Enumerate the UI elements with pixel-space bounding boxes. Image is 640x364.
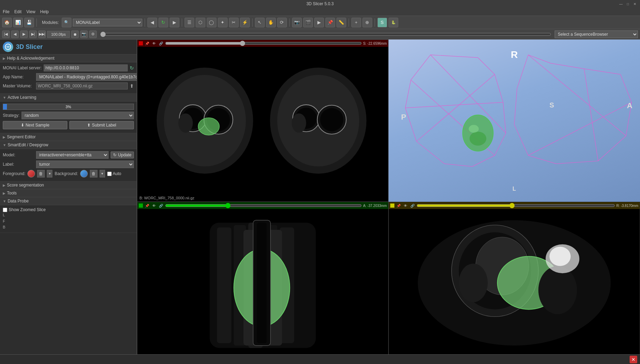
save-icon[interactable]: 💾 [24,18,34,27]
bottom-right-pos-label: R: -3.8170mm [616,204,638,208]
fps-input[interactable] [47,31,70,38]
bottom-right-link-button[interactable]: 🔗 [410,203,415,208]
submit-label-button[interactable]: ⬆ Submit Label [69,121,134,129]
background-delete-button[interactable]: 🗑 [90,170,97,177]
help-section-header[interactable]: ▶ Help & Acknowledgement [0,54,137,62]
model-select[interactable]: interactivenet+ensemble+tta [36,151,109,159]
bottom-left-eye-button[interactable]: 👁 [151,203,157,208]
data-probe-header[interactable]: ▼ Data Probe [0,197,137,205]
data-probe-content: Show Zoomed Slice L F B [0,205,137,233]
bottom-left-slice-slider[interactable] [165,203,362,208]
app-name-select[interactable]: MONAILabel - Radiology (0+untagged.800.g… [36,73,137,81]
top-left-slice-slider[interactable] [165,41,362,45]
seq-play-button[interactable]: ▶ [20,31,28,38]
tb-icon-8[interactable]: ✂ [229,18,239,27]
seq-last-button[interactable]: ▶▶| [38,31,46,38]
seq-prev-button[interactable]: ◀ [11,31,19,38]
top-left-color-button[interactable] [139,41,143,45]
master-volume-upload-button[interactable]: ⬆ [130,83,134,89]
monai-server-refresh-button[interactable]: ↻ [130,65,134,71]
foreground-color-button[interactable] [27,170,35,177]
bottom-right-eye-button[interactable]: 👁 [403,203,408,208]
tb-icon-19[interactable]: ⊕ [362,18,372,27]
master-volume-label: Master Volume: [3,84,34,88]
menu-edit[interactable]: Edit [14,9,22,14]
close-window-button[interactable]: ✕ [632,1,637,6]
menu-file[interactable]: File [3,9,9,14]
tools-header[interactable]: ▶ Tools [0,189,137,197]
tb-icon-2[interactable]: ↻ [159,18,168,27]
top-left-pin-button[interactable]: 📌 [144,41,150,46]
data-icon[interactable]: 📊 [13,18,23,27]
top-left-eye-button[interactable]: 👁 [151,41,157,46]
auto-checkbox[interactable] [107,172,112,176]
home-icon[interactable]: 🏠 [2,18,12,27]
slicer-ext-btn[interactable]: S [377,18,387,27]
bottom-right-pin-button[interactable]: 📌 [396,203,401,208]
background-chevron-button[interactable]: ▼ [100,170,105,177]
svg-line-26 [478,58,495,74]
tb-icon-15[interactable]: ▶ [314,18,324,27]
search-modules-button[interactable]: 🔍 [62,18,71,27]
svg-line-40 [514,125,528,156]
smartedit-header[interactable]: ▼ SmartEdit / Deepgrow [0,141,137,149]
seq-settings-button[interactable]: ⚙ [89,31,97,38]
next-sample-button[interactable]: ⬇ Next Sample [3,121,67,129]
menu-view[interactable]: View [26,9,35,14]
update-button[interactable]: ↻ Update [111,151,134,158]
tb-icon-16[interactable]: 📌 [325,18,335,27]
segment-editor-header[interactable]: ▶ Segment Editor [0,133,137,141]
top-left-viewer: 📌 👁 🔗 S: -22.6596mm [137,40,389,202]
score-segmentation-header[interactable]: ▶ Score segmentation [0,181,137,189]
tb-icon-4[interactable]: ☰ [185,18,194,27]
minimize-button[interactable]: — [618,1,623,6]
background-color-button[interactable] [80,170,88,177]
segment-editor-arrow-icon: ▶ [3,135,6,139]
tb-icon-7[interactable]: ✦ [218,18,228,27]
show-zoomed-checkbox[interactable] [3,208,7,212]
top-left-header: 📌 👁 🔗 S: -22.6596mm [137,40,388,47]
foreground-chevron-button[interactable]: ▼ [47,170,52,177]
seq-record-button[interactable]: ⏺ [71,31,79,38]
tb-icon-14[interactable]: 🎬 [303,18,313,27]
tb-icon-6[interactable]: ◯ [207,18,216,27]
tb-icon-5[interactable]: ⬡ [196,18,205,27]
show-zoomed-label: Show Zoomed Slice [9,207,46,212]
tb-icon-12[interactable]: ⟳ [277,18,287,27]
bottom-right-color-button[interactable] [390,203,394,208]
foreground-delete-button[interactable]: 🗑 [37,170,45,177]
bottom-left-link-button[interactable]: 🔗 [158,203,164,208]
tb-icon-11[interactable]: ✋ [266,18,276,27]
strategy-label: Strategy: [3,113,19,118]
maximize-button[interactable]: □ [625,1,630,6]
seq-slider[interactable] [100,32,551,37]
seq-next-button[interactable]: ▶| [29,31,37,38]
bottom-left-color-button[interactable] [139,203,143,208]
tb-icon-9[interactable]: ⚡ [240,18,250,27]
label-select[interactable]: tumor [36,161,134,168]
python-btn[interactable]: 🐍 [389,18,398,27]
tb-icon-17[interactable]: 📏 [336,18,346,27]
master-volume-input[interactable] [36,83,128,89]
seq-first-button[interactable]: |◀ [2,31,10,38]
tb-icon-1[interactable]: ◀ [147,18,157,27]
tb-icon-18[interactable]: + [351,18,361,27]
top-left-link-button[interactable]: 🔗 [158,41,164,46]
close-button[interactable]: ✕ [630,356,637,363]
seq-browser-select[interactable]: Select a SequenceBrowser [555,31,638,38]
seq-screenshot-button[interactable]: 📷 [80,31,88,38]
svg-line-23 [495,133,506,155]
strategy-select[interactable]: random [22,112,134,119]
auto-checkbox-label[interactable]: Auto [107,171,121,176]
active-learning-header[interactable]: ▼ Active Learning [0,94,137,102]
tb-icon-10[interactable]: ↖ [255,18,265,27]
tb-icon-13[interactable]: 📷 [292,18,302,27]
modules-select[interactable]: MONAILabel [73,19,142,26]
menu-help[interactable]: Help [40,9,49,14]
tb-icon-3[interactable]: ▶ [170,18,179,27]
bottom-left-pin-button[interactable]: 📌 [144,203,150,208]
seq-toolbar: |◀ ◀ ▶ ▶| ▶▶| ⏺ 📷 ⚙ Select a SequenceBro… [0,29,640,40]
monai-server-input[interactable] [44,64,128,71]
next-sample-label: Next Sample [26,123,50,128]
bottom-right-slice-slider[interactable] [417,203,615,208]
